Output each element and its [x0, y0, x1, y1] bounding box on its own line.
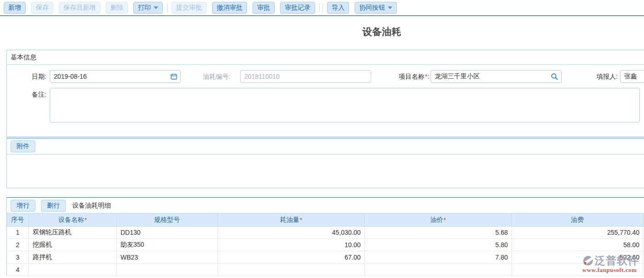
add-row-button[interactable]: 增行 [11, 200, 35, 212]
cell-fuel-amount[interactable]: 10.00 [218, 239, 365, 251]
cell-fuel-amount[interactable]: 45,030.00 [218, 226, 365, 238]
cancel-approval-button[interactable]: 撤消审批 [212, 2, 247, 14]
date-input[interactable] [50, 70, 181, 83]
reporter-input[interactable] [620, 70, 644, 83]
remark-textarea[interactable] [50, 88, 640, 122]
basic-info-section-title: 基本信息 [7, 50, 644, 65]
cell-fuel-cost[interactable]: 255,770.40 [512, 226, 644, 238]
fuel-no-label: 油耗编号: [184, 70, 230, 83]
new-button[interactable]: 新增 [4, 2, 26, 14]
top-toolbar: 新增 保存 保存且新增 删除 打印 提交审批 撤消审批 审批 审批记录 导入 协… [0, 0, 644, 16]
save-and-new-button[interactable]: 保存且新增 [59, 2, 100, 14]
cell-equipment-name[interactable]: 挖掘机 [29, 239, 117, 251]
cell-fuel-price[interactable]: 5.68 [365, 226, 512, 238]
basic-info-body: 日期: 油耗编号: 项目名称*: 填报人: [7, 65, 644, 137]
detail-section: 增行 删行 设备油耗明细 序号 设备名称* 规格型号 耗油量* 油价* 油费 1… [6, 197, 644, 276]
approve-button[interactable]: 审批 [253, 2, 275, 14]
print-button[interactable]: 打印 [133, 2, 163, 14]
table-row: 2 挖掘机 助友350 10.00 5.80 58.00 [7, 239, 644, 251]
toolbar-separator [319, 3, 320, 12]
project-input[interactable] [431, 70, 562, 83]
attachment-toolbar: 附件 [6, 138, 644, 155]
date-field-wrap [50, 70, 181, 83]
cell-spec-model[interactable] [117, 264, 218, 276]
reporter-field-wrap [620, 70, 644, 83]
col-header-spec-model: 规格型号 [117, 214, 218, 226]
save-button[interactable]: 保存 [31, 2, 53, 14]
cell-index[interactable]: 3 [7, 251, 29, 263]
chevron-down-icon [388, 6, 392, 9]
search-icon[interactable] [551, 73, 558, 81]
page-title: 设备油耗 [0, 17, 644, 48]
cell-spec-model[interactable]: DD130 [117, 226, 218, 238]
remark-label: 备注: [10, 88, 46, 101]
project-field-wrap [431, 70, 562, 83]
toolbar-separator [322, 3, 323, 12]
cell-fuel-price[interactable]: 7.80 [365, 251, 512, 263]
col-header-fuel-cost: 油费 [512, 214, 644, 226]
fuel-no-input[interactable] [240, 70, 371, 83]
chevron-down-icon [154, 6, 158, 9]
cell-fuel-price[interactable] [365, 264, 512, 276]
cell-fuel-cost[interactable]: 58.00 [512, 239, 644, 251]
col-header-equipment-name: 设备名称* [29, 214, 117, 226]
delete-row-button[interactable]: 删行 [41, 200, 66, 212]
cell-fuel-cost[interactable] [512, 264, 644, 276]
cell-equipment-name[interactable]: 路拌机 [29, 251, 117, 263]
attachment-button[interactable]: 附件 [11, 140, 35, 152]
col-header-fuel-price: 油价* [365, 214, 512, 226]
table-row: 4 [7, 264, 644, 276]
collab-button[interactable]: 协同按钮 [355, 2, 397, 14]
col-header-index: 序号 [7, 214, 29, 226]
table-row: 1 双钢轮压路机 DD130 45,030.00 5.68 255,770.40 [7, 226, 644, 239]
grid-header-row: 序号 设备名称* 规格型号 耗油量* 油价* 油费 [7, 213, 644, 226]
approval-records-button[interactable]: 审批记录 [280, 2, 315, 14]
cell-equipment-name[interactable] [29, 264, 117, 276]
submit-approval-button[interactable]: 提交审批 [172, 2, 207, 14]
basic-info-panel: 基本信息 日期: 油耗编号: 项目名称*: 填报人: [6, 50, 644, 137]
reporter-label: 填报人: [572, 70, 618, 83]
calendar-icon[interactable] [170, 73, 178, 80]
toolbar-separator [167, 3, 167, 12]
cell-index[interactable]: 4 [7, 264, 29, 276]
cell-index[interactable]: 1 [7, 226, 29, 238]
date-label: 日期: [10, 70, 46, 83]
detail-toolbar: 增行 删行 设备油耗明细 [7, 198, 644, 213]
cell-fuel-amount[interactable]: 67.00 [218, 251, 365, 263]
page: 新增 保存 保存且新增 删除 打印 提交审批 撤消审批 审批 审批记录 导入 协… [0, 0, 644, 278]
cell-spec-model[interactable]: WB23 [117, 251, 218, 263]
attachment-section: 附件 [6, 138, 644, 188]
delete-button[interactable]: 删除 [106, 2, 128, 14]
col-header-fuel-amount: 耗油量* [218, 214, 365, 226]
cell-index[interactable]: 2 [7, 239, 29, 251]
attachment-area [6, 155, 644, 188]
project-label: 项目名称*: [374, 70, 429, 83]
import-button[interactable]: 导入 [327, 2, 349, 14]
cell-equipment-name[interactable]: 双钢轮压路机 [29, 226, 117, 238]
cell-fuel-price[interactable]: 5.80 [365, 239, 512, 251]
cell-fuel-amount[interactable] [218, 264, 365, 276]
table-row: 3 路拌机 WB23 67.00 7.80 522.60 [7, 251, 644, 264]
detail-section-title: 设备油耗明细 [72, 202, 111, 210]
cell-spec-model[interactable]: 助友350 [117, 239, 218, 251]
cell-fuel-cost[interactable]: 522.60 [512, 251, 644, 263]
fuel-no-field-wrap [240, 70, 371, 83]
